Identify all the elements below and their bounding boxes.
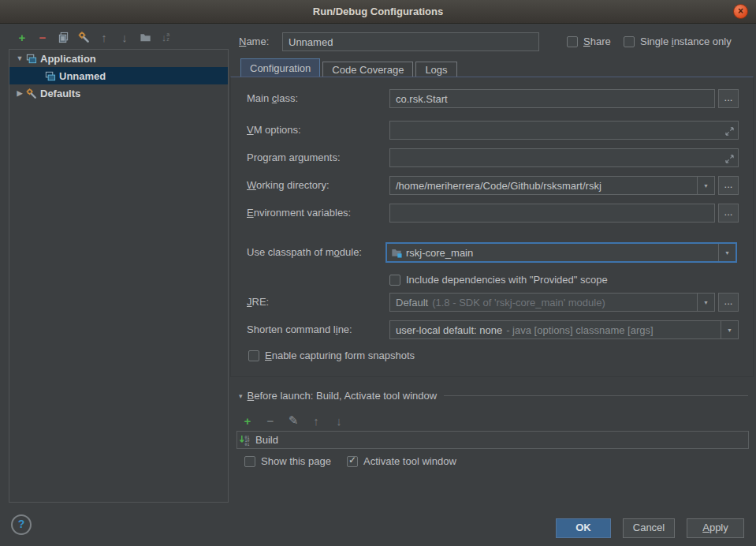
shorten-command-line-label: Shorten command line: [247, 320, 352, 339]
include-provided-checkbox[interactable]: Include dependencies with "Provided" sco… [389, 274, 608, 286]
name-value: Unnamed [289, 36, 333, 48]
use-classpath-combobox[interactable]: rskj-core_main ▼ [385, 242, 737, 263]
section-collapse-icon[interactable]: ▾ [239, 392, 243, 400]
vm-options-input[interactable] [389, 121, 739, 140]
checkbox-unchecked-icon[interactable] [248, 350, 259, 361]
single-instance-label: Single instance only [640, 36, 732, 47]
jre-combobox[interactable]: Default (1.8 - SDK of 'rskj-core_main' m… [389, 293, 715, 312]
checkbox-unchecked-icon[interactable] [244, 456, 255, 467]
checkbox-unchecked-icon[interactable] [567, 36, 578, 47]
help-button[interactable]: ? [11, 514, 32, 535]
program-arguments-input[interactable] [389, 148, 739, 167]
expand-field-icon[interactable] [725, 126, 734, 138]
copy-icon [58, 32, 69, 43]
checkbox-checked-icon[interactable]: ✓ [347, 456, 358, 467]
activate-tool-window-checkbox[interactable]: ✓ Activate tool window [347, 455, 456, 467]
working-directory-label: Working directory: [247, 176, 330, 195]
name-label: Name: [239, 32, 269, 51]
move-up-button[interactable]: ↑ [98, 31, 110, 43]
help-icon: ? [18, 518, 25, 530]
ellipsis-icon: ... [724, 92, 733, 103]
tab-code-coverage[interactable]: Code Coverage [322, 62, 413, 77]
before-launch-task-build[interactable]: 01 10 01 Build [236, 431, 749, 449]
main-class-label: Main class: [247, 89, 298, 108]
tree-item-application[interactable]: ▼ Application [9, 50, 228, 67]
titlebar[interactable]: Run/Debug Configurations × [0, 0, 756, 24]
create-folder-button[interactable] [139, 31, 151, 43]
vm-options-label: VM options: [247, 121, 301, 140]
shorten-command-line-detail: - java [options] classname [args] [506, 324, 653, 336]
move-down-icon: ↓ [121, 31, 128, 44]
move-up-icon: ↑ [313, 414, 319, 428]
tree-item-label: Defaults [40, 88, 80, 99]
jre-browse-button[interactable]: ... [718, 293, 739, 312]
sort-az-icon: a z [166, 32, 169, 42]
remove-configuration-button[interactable]: − [36, 31, 49, 43]
share-checkbox[interactable]: Share [567, 36, 611, 47]
before-launch-section-header[interactable]: ▾ Before launch: Build, Activate tool wi… [239, 390, 748, 402]
window-title: Run/Debug Configurations [0, 0, 756, 23]
add-task-button[interactable]: + [241, 414, 254, 427]
cancel-button[interactable]: Cancel [623, 518, 675, 538]
sort-configurations-button[interactable]: ↓ a z [159, 31, 172, 43]
tab-logs[interactable]: Logs [415, 62, 456, 77]
ellipsis-icon: ... [724, 295, 733, 307]
environment-variables-label: Environment variables: [247, 204, 351, 223]
environment-variables-browse-button[interactable]: ... [718, 204, 739, 223]
working-directory-combobox[interactable]: /home/meriherrera/Code/Github/rsksmart/r… [389, 176, 715, 195]
environment-variables-input[interactable] [389, 204, 715, 223]
use-classpath-label: Use classpath of module: [247, 243, 362, 262]
module-icon [391, 247, 402, 258]
program-arguments-label: Program arguments: [247, 148, 341, 167]
jre-label: JRE: [247, 293, 269, 312]
copy-configuration-button[interactable] [57, 31, 69, 43]
working-directory-browse-button[interactable]: ... [718, 176, 739, 195]
tree-item-unnamed[interactable]: Unnamed [9, 67, 228, 84]
show-this-page-checkbox[interactable]: Show this page [244, 455, 331, 467]
pencil-icon: ✎ [289, 413, 299, 428]
close-button[interactable]: × [733, 4, 748, 19]
remove-task-button[interactable]: − [264, 414, 277, 427]
move-down-button[interactable]: ↓ [118, 31, 131, 43]
shorten-command-line-value: user-local default: none [396, 324, 502, 336]
share-label: Share [583, 36, 611, 47]
configurations-tree: ▼ Application Unnamed ▶ [9, 49, 229, 503]
apply-button[interactable]: Apply [687, 518, 744, 538]
checkbox-unchecked-icon[interactable] [389, 275, 400, 286]
tree-item-label: Application [40, 53, 96, 65]
shorten-command-line-combobox[interactable]: user-local default: none - java [options… [389, 320, 739, 339]
dropdown-arrow-icon[interactable]: ▼ [718, 244, 736, 261]
tab-bar: Configuration Code Coverage Logs [240, 58, 460, 77]
working-directory-value: /home/meriherrera/Code/Github/rsksmart/r… [396, 180, 601, 192]
add-configuration-button[interactable]: + [16, 31, 28, 43]
tree-item-defaults[interactable]: ▶ Defaults [9, 84, 228, 102]
wrench-gear-icon [77, 31, 90, 43]
application-icon [24, 52, 37, 65]
edit-defaults-button[interactable] [77, 31, 90, 43]
build-icon: 01 10 01 [240, 434, 251, 446]
dropdown-arrow-icon[interactable]: ▼ [721, 321, 738, 338]
expand-field-icon[interactable] [725, 154, 734, 166]
collapse-arrow-icon[interactable]: ▶ [15, 89, 24, 97]
tab-configuration[interactable]: Configuration [240, 58, 320, 77]
svg-text:01: 01 [245, 442, 250, 446]
checkbox-unchecked-icon[interactable] [624, 36, 635, 47]
move-down-icon: ↓ [336, 414, 342, 428]
application-icon [43, 69, 56, 82]
dropdown-arrow-icon[interactable]: ▼ [697, 294, 714, 311]
main-class-browse-button[interactable]: ... [718, 89, 739, 108]
expand-arrow-icon[interactable]: ▼ [15, 54, 24, 62]
enable-snapshots-checkbox[interactable]: Enable capturing form snapshots [248, 350, 415, 361]
dropdown-arrow-icon[interactable]: ▼ [697, 177, 714, 194]
single-instance-checkbox[interactable]: Single instance only [624, 36, 732, 47]
move-task-up-button[interactable]: ↑ [310, 414, 322, 427]
add-icon: + [19, 31, 26, 44]
move-task-down-button[interactable]: ↓ [333, 414, 345, 427]
edit-task-button[interactable]: ✎ [287, 414, 300, 427]
configurations-toolbar: + − ↑ ↓ ↓ [16, 31, 172, 43]
name-input[interactable]: Unnamed [282, 32, 539, 51]
run-debug-configurations-dialog: Run/Debug Configurations × + − ↑ ↓ [0, 0, 756, 546]
main-class-input[interactable]: co.rsk.Start [389, 89, 715, 108]
jre-value-detail: (1.8 - SDK of 'rskj-core_main' module) [432, 297, 605, 309]
ok-button[interactable]: OK [556, 518, 611, 538]
